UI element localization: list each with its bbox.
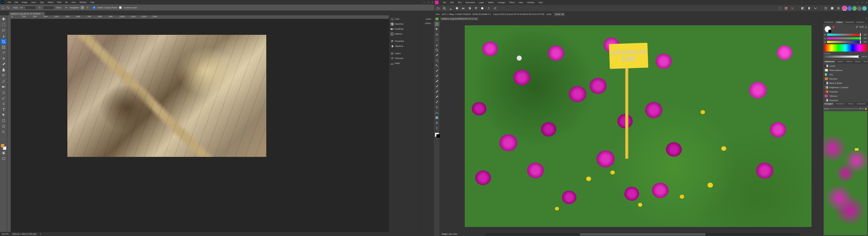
develop-persona-button[interactable] xyxy=(852,6,857,11)
menu-window[interactable]: Window xyxy=(78,1,88,4)
dodge-tool[interactable] xyxy=(434,79,439,84)
settings-gear-icon[interactable] xyxy=(86,6,89,9)
panel-layers[interactable]: Layers xyxy=(389,51,420,56)
panel-swatches[interactable]: Swatches xyxy=(389,22,420,26)
eraser-tool[interactable] xyxy=(1,79,6,84)
colour-tint-icon[interactable] xyxy=(833,26,834,28)
menu-image[interactable]: Image xyxy=(20,1,29,4)
overlay-grid-icon[interactable] xyxy=(81,6,84,9)
adjustment-white-balance[interactable]: White Balance xyxy=(823,68,868,72)
swap-icon[interactable] xyxy=(38,6,41,9)
arrange-dropdown-icon[interactable] xyxy=(813,6,818,11)
auto-wb-icon[interactable] xyxy=(480,6,485,11)
green-value[interactable]: 255 xyxy=(862,37,867,39)
shape-tool[interactable] xyxy=(1,118,6,123)
path-select-tool[interactable] xyxy=(1,112,6,118)
menu-help[interactable]: Help xyxy=(88,1,96,4)
hand-tool[interactable] xyxy=(1,124,6,129)
document-tab[interactable]: ljubljana-3.jpg [Modified] (98.6%) [1 tr… xyxy=(440,17,479,20)
adjustment-posterise[interactable]: Posterise xyxy=(823,90,868,94)
snapping-icon[interactable] xyxy=(790,6,795,11)
delete-cropped-checkbox[interactable] xyxy=(93,6,95,9)
text-tool[interactable] xyxy=(434,120,439,125)
panel-libraries[interactable]: Librari… xyxy=(421,21,434,25)
clear-button[interactable]: Clear xyxy=(56,6,61,9)
selection-brush-tool[interactable] xyxy=(434,37,439,42)
brush-tool[interactable] xyxy=(1,61,6,67)
healing-tool[interactable] xyxy=(1,56,6,61)
disc-icon[interactable] xyxy=(454,6,459,11)
menu-arrange[interactable]: Arrange xyxy=(496,1,507,4)
primary-color-swatch[interactable] xyxy=(435,133,439,137)
tab-effects[interactable]: Effects xyxy=(845,60,854,64)
photo-persona-button[interactable] xyxy=(842,6,847,11)
ratio-width-input[interactable] xyxy=(25,6,36,9)
colour-well[interactable] xyxy=(825,26,831,33)
tab-stock[interactable]: Stock xyxy=(862,60,868,64)
lasso-tool[interactable] xyxy=(1,28,6,33)
ps-canvas[interactable] xyxy=(11,19,389,232)
zoom-tool[interactable] xyxy=(1,129,6,135)
tab-close-icon[interactable]: × xyxy=(864,18,868,20)
screenmode-button[interactable] xyxy=(1,156,6,161)
menu-help[interactable]: Help xyxy=(536,1,545,4)
tab-channels[interactable]: Channels xyxy=(855,102,867,106)
adjustment-recolour[interactable]: Recolour xyxy=(823,77,868,81)
zoom-slider[interactable] xyxy=(830,108,858,109)
move-tool[interactable] xyxy=(434,27,439,32)
menu-text[interactable]: Text xyxy=(456,1,464,4)
share-icon[interactable] xyxy=(492,6,497,11)
adjustment-black-white[interactable]: Black & White xyxy=(823,81,868,85)
type-tool[interactable] xyxy=(1,107,6,112)
gradient-tool[interactable] xyxy=(434,63,439,68)
menu-layer[interactable]: Layer xyxy=(477,1,486,4)
menu-edit[interactable]: Edit xyxy=(448,1,456,4)
clone-tool[interactable] xyxy=(434,74,439,79)
tab-histogram[interactable]: Histogram xyxy=(823,21,835,24)
auto-levels-icon[interactable] xyxy=(461,6,466,11)
gradient-tool[interactable] xyxy=(1,84,6,90)
tab-styles[interactable]: Styles xyxy=(854,60,862,64)
hue-spectrum[interactable] xyxy=(825,44,867,52)
panel-patterns[interactable]: Patterns xyxy=(389,32,420,36)
menu-edit[interactable]: Edit xyxy=(13,1,20,4)
panel-properties[interactable]: Properties xyxy=(389,39,420,43)
layers-toggle-icon[interactable] xyxy=(442,6,447,11)
panel-menu-icon[interactable]: ≡ xyxy=(865,26,867,28)
zoom-value[interactable]: 99 % xyxy=(859,108,864,110)
units-select[interactable]: Pixels xyxy=(554,13,565,16)
stamp-tool[interactable] xyxy=(1,67,6,72)
paint-brush-tool[interactable] xyxy=(434,53,439,58)
edit-toolbar-button[interactable]: ⋯ xyxy=(1,137,6,142)
close-button[interactable]: × xyxy=(866,1,867,4)
node-tool[interactable] xyxy=(434,110,439,115)
adjustment-brightness-contrast[interactable]: Brightness / Contrast xyxy=(823,85,868,90)
close-button[interactable]: × xyxy=(432,1,433,3)
menu-document[interactable]: Document xyxy=(464,1,477,4)
eyedropper-tool[interactable] xyxy=(1,50,6,56)
colour-mode-label[interactable]: RGB xyxy=(860,26,864,28)
minimize-button[interactable]: — xyxy=(423,1,425,3)
minimize-button[interactable]: — xyxy=(856,1,858,4)
quickmask-button[interactable] xyxy=(1,150,6,156)
arrange-center-icon[interactable] xyxy=(807,6,811,11)
af-canvas[interactable]: SANVITALIJA 2,00€ Drag to pan view. xyxy=(440,21,823,236)
menu-file[interactable]: File xyxy=(441,1,448,4)
auto-contrast-icon[interactable] xyxy=(467,6,472,11)
horizontal-scrollbar[interactable] xyxy=(485,233,800,236)
crop-tool[interactable] xyxy=(434,48,439,53)
open-icon[interactable] xyxy=(435,6,440,11)
maximize-button[interactable]: □ xyxy=(428,1,429,3)
crop-tool[interactable] xyxy=(1,39,6,44)
inpainting-tool[interactable] xyxy=(434,100,439,105)
document-image[interactable] xyxy=(67,35,266,157)
tab-adjustment[interactable]: Adjustment xyxy=(823,60,836,64)
ratio-height-input[interactable] xyxy=(43,6,54,9)
opacity-slider[interactable] xyxy=(825,56,859,58)
auto-colours-icon[interactable] xyxy=(473,6,478,11)
status-arrow-icon[interactable]: > xyxy=(40,233,41,235)
doc-dimensions[interactable]: 3600 px x 995 px (300 ppi) xyxy=(12,233,37,235)
tab-navigator[interactable]: Navigator xyxy=(823,102,835,106)
arrange-left-icon[interactable] xyxy=(800,6,805,11)
tab-history[interactable]: History xyxy=(846,102,855,106)
